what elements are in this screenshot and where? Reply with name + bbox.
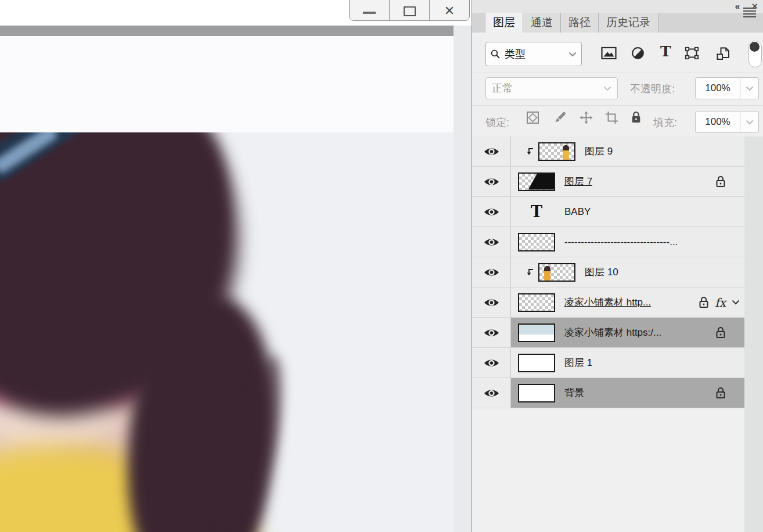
layer-row-content[interactable]: TBABY xyxy=(511,197,744,227)
layer-row: 图层 7 xyxy=(472,167,744,197)
layer-lock-icon xyxy=(715,387,726,399)
layer-row-content[interactable]: 凌家小铺素材 https:/... xyxy=(511,318,744,347)
layers-controls: 类型 T 正常 不透明度: 100% 锁定: 填充: 100% xyxy=(472,33,763,136)
document-titlebar xyxy=(0,26,454,36)
maximize-button[interactable] xyxy=(389,0,429,20)
document-photo xyxy=(0,132,454,532)
layer-visibility-toggle[interactable] xyxy=(472,167,511,196)
panel-tabbar: 图层通道路径历史记录 xyxy=(472,13,763,33)
layer-thumbnail[interactable] xyxy=(538,142,575,161)
fill-dropdown-icon[interactable] xyxy=(740,111,759,133)
layers-panel: « ✕ 图层通道路径历史记录 类型 T 正常 不透明度: 100% 锁定: xyxy=(472,0,763,532)
layer-thumbnail[interactable] xyxy=(518,384,555,402)
layer-thumbnail[interactable] xyxy=(518,354,555,372)
layer-row: 背景 xyxy=(472,378,744,408)
layer-lock-icon xyxy=(715,175,726,188)
text-layer-icon: T xyxy=(518,203,555,221)
lock-label: 锁定: xyxy=(485,116,509,130)
layer-thumbnail[interactable] xyxy=(518,172,555,191)
layer-row: 凌家小铺素材 https:/... xyxy=(472,318,744,348)
layer-thumbnail[interactable] xyxy=(518,293,555,312)
layer-thumbnail[interactable] xyxy=(538,263,575,282)
clipping-mask-arrow-icon xyxy=(525,268,535,277)
opacity-control: 100% xyxy=(695,77,759,99)
tab-panel[interactable]: 路径 xyxy=(561,13,599,33)
tab-panel[interactable]: 通道 xyxy=(523,13,561,33)
layer-name: 图层 1 xyxy=(564,356,592,369)
maximize-icon xyxy=(404,6,416,16)
layer-name: 图层 7 xyxy=(564,175,592,188)
fill-control: 100% xyxy=(695,111,759,133)
opacity-value[interactable]: 100% xyxy=(695,77,740,99)
fill-label: 填充: xyxy=(653,116,677,130)
layer-row-content[interactable]: 图层 7 xyxy=(511,167,744,196)
panel-menu-icon[interactable] xyxy=(743,8,756,19)
layer-visibility-toggle[interactable] xyxy=(472,197,511,227)
panel-scroll-gutter[interactable] xyxy=(744,136,763,532)
layer-row-content[interactable]: 图层 9 xyxy=(511,136,744,166)
layer-thumbnail[interactable] xyxy=(518,323,555,342)
document-canvas xyxy=(0,36,454,532)
layer-visibility-toggle[interactable] xyxy=(472,136,511,166)
tab-layers-active[interactable]: 图层 xyxy=(485,13,523,33)
type-layers-filter-icon[interactable]: T xyxy=(660,45,671,59)
layer-row-content[interactable]: 图层 10 xyxy=(511,257,744,287)
layer-visibility-toggle[interactable] xyxy=(472,318,511,347)
layer-row-content[interactable]: 凌家小铺素材 http...fx xyxy=(511,287,744,317)
layer-lock-icon xyxy=(715,326,726,339)
lock-image-pixels-icon[interactable] xyxy=(553,111,567,124)
layer-name: 图层 9 xyxy=(585,145,613,158)
lock-position-icon[interactable] xyxy=(580,111,593,124)
close-icon: ✕ xyxy=(444,6,455,16)
layer-visibility-toggle[interactable] xyxy=(472,227,511,257)
layer-row: 图层 10 xyxy=(472,257,744,287)
layer-name: 凌家小铺素材 https:/... xyxy=(564,326,661,339)
layer-name: 凌家小铺素材 http... xyxy=(564,296,651,309)
layer-visibility-toggle[interactable] xyxy=(472,257,511,287)
layer-row: 图层 9 xyxy=(472,136,744,167)
layer-row: --------------------------------... xyxy=(472,227,744,257)
panel-header-bar: « ✕ xyxy=(472,0,763,13)
window-controls: ✕ xyxy=(349,0,470,21)
layer-name: BABY xyxy=(564,206,591,218)
layer-visibility-toggle[interactable] xyxy=(472,348,511,378)
collapse-panels-icon[interactable]: « xyxy=(735,1,739,11)
chevron-down-icon xyxy=(603,86,611,91)
layer-filtering-toggle[interactable] xyxy=(748,41,762,67)
search-icon xyxy=(491,49,500,59)
layer-row-content[interactable]: 图层 1 xyxy=(511,348,744,378)
lock-transparent-pixels-icon[interactable] xyxy=(526,111,539,124)
chevron-down-icon xyxy=(568,52,577,57)
opacity-label: 不透明度: xyxy=(630,82,675,96)
fill-value[interactable]: 100% xyxy=(695,111,740,133)
blend-mode-value: 正常 xyxy=(492,81,513,95)
shape-layers-filter-icon[interactable] xyxy=(685,46,699,60)
layer-name: 背景 xyxy=(564,386,584,400)
blend-mode-select[interactable]: 正常 xyxy=(485,77,618,99)
layer-name: --------------------------------... xyxy=(564,236,678,248)
minimize-button[interactable] xyxy=(350,0,389,20)
layer-effects-badge[interactable]: fx xyxy=(715,296,726,310)
document-scroll-gutter[interactable] xyxy=(454,26,472,532)
clipping-mask-arrow-icon xyxy=(525,147,535,156)
layer-row: 凌家小铺素材 http...fx xyxy=(472,287,744,318)
layer-visibility-toggle[interactable] xyxy=(472,287,511,317)
lock-all-icon[interactable] xyxy=(631,111,642,124)
close-button[interactable]: ✕ xyxy=(429,0,469,20)
opacity-dropdown-icon[interactable] xyxy=(740,77,759,99)
pixel-layers-filter-icon[interactable] xyxy=(601,46,617,60)
tab-panel[interactable]: 历史记录 xyxy=(599,13,658,33)
filter-kind-label: 类型 xyxy=(505,47,568,61)
layer-thumbnail[interactable] xyxy=(518,233,555,251)
layer-row-content[interactable]: 背景 xyxy=(511,378,744,408)
document-window: ✕ xyxy=(0,0,472,532)
layer-visibility-toggle[interactable] xyxy=(472,378,511,408)
minimize-icon xyxy=(363,12,376,14)
layer-row-content[interactable]: --------------------------------... xyxy=(511,227,744,257)
smart-objects-filter-icon[interactable] xyxy=(716,46,730,61)
adjustment-layers-filter-icon[interactable] xyxy=(631,46,645,60)
effects-collapse-icon[interactable] xyxy=(732,300,740,305)
lock-artboard-icon[interactable] xyxy=(605,111,618,124)
layer-row: 图层 1 xyxy=(472,348,744,378)
filter-kind-select[interactable]: 类型 xyxy=(485,42,582,66)
